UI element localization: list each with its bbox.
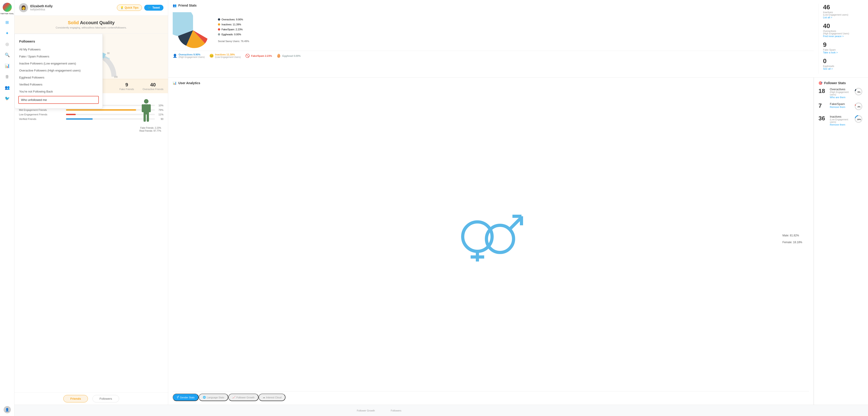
nav-item-not-following-back[interactable]: You're not Following Back xyxy=(15,88,102,95)
account-quality: Solid Account Quality Consistently engag… xyxy=(14,16,168,34)
fakespam-mini-chart: 4% xyxy=(855,102,864,111)
remove-them-fake-link[interactable]: Remove them xyxy=(830,106,852,108)
svg-rect-12 xyxy=(144,114,146,122)
language-icon: 🌐 xyxy=(203,396,206,399)
left-header: 👩 Elizabeth Kelly kellybethlisa 💡 Quick … xyxy=(14,0,168,16)
svg-rect-9 xyxy=(144,104,149,115)
fake-friends-label: Fake Friends xyxy=(119,88,134,90)
friend-stats-icon: 👥 xyxy=(173,4,177,7)
overactives-icon: 👤 xyxy=(173,54,177,58)
svg-point-8 xyxy=(144,99,149,103)
fsp-fakespam: 7 Fake/Spam Remove them 4% xyxy=(818,102,864,111)
follower-stats-icon: 🎯 xyxy=(818,81,822,85)
content-area: Followers All My Followers Fake / Spam F… xyxy=(14,34,168,405)
sidebar-item-search[interactable]: 🔍 xyxy=(3,51,12,59)
gender-icon: ⚥ xyxy=(177,396,179,399)
nav-item-inactive[interactable]: Inactive Followers (Low engagement users… xyxy=(15,60,102,67)
female-label: Female: 18.18% xyxy=(782,241,802,244)
bottom-bar: Follower Growth Followers xyxy=(14,405,868,416)
sidebar-item-twitter[interactable]: 🐦 xyxy=(3,94,12,103)
see-all-link[interactable]: See all > xyxy=(823,67,864,70)
app-name-label: TWITTER TOOL xyxy=(0,13,14,15)
nav-item-all-followers[interactable]: All My Followers xyxy=(15,46,102,53)
user-details: Elizabeth Kelly kellybethlisa xyxy=(30,4,53,11)
pie-legend: Overactives: 9.90% Inactives: 11.39% Fak… xyxy=(218,17,249,44)
mid-engagement-bar xyxy=(66,109,136,111)
overactives-stat: 👤 Overactives 9.90% (High Engagement Use… xyxy=(173,53,205,58)
sidebar-logo xyxy=(3,3,12,13)
avatar[interactable]: 👤 xyxy=(4,406,11,413)
friends-tabs: Friends Followers xyxy=(14,392,168,405)
lightbulb-icon: 💡 xyxy=(120,6,124,9)
tweet-button[interactable]: 🐦 Tweet xyxy=(144,5,163,11)
tab-interest-cloud[interactable]: ☁ Interest Cloud xyxy=(258,394,285,401)
sidebar-item-network[interactable]: ✦ xyxy=(3,29,12,38)
take-a-look-link[interactable]: Take a look > xyxy=(823,51,864,54)
tab-friends[interactable]: Friends xyxy=(63,395,88,403)
cloud-icon: ☁ xyxy=(263,396,265,399)
inactives-dot xyxy=(218,23,220,26)
svg-rect-10 xyxy=(142,104,144,112)
sidebar-item-delete[interactable]: 🗑 xyxy=(3,72,12,81)
person-figure-svg xyxy=(140,98,153,125)
fake-friends-stat: 9 Fake Friends xyxy=(119,82,134,90)
nav-item-verified[interactable]: Verified Followers xyxy=(15,81,102,88)
person-figure-area: Fake Friends: 2.23% Real Friends: 97.77% xyxy=(140,98,161,132)
user-analytics: 📊 User Analytics xyxy=(168,78,814,405)
gender-labels: Male: 81.82% Female: 18.18% xyxy=(782,234,802,244)
user-analytics-title: 📊 User Analytics xyxy=(173,81,809,85)
tweet-label: Tweet xyxy=(152,6,160,9)
tab-follower-growth[interactable]: 📈 Follower Growth xyxy=(228,394,258,401)
legend-fakespam: Fake/Spam: 2.23% xyxy=(218,27,249,32)
legend-overactives: Overactives: 9.90% xyxy=(218,17,249,22)
nav-item-unfollowed-me[interactable]: Who unfollowed me xyxy=(18,96,99,104)
main-content: 👩 Elizabeth Kelly kellybethlisa 💡 Quick … xyxy=(14,0,868,416)
tab-gender-stats[interactable]: ⚥ Gender Stats xyxy=(173,394,199,401)
tab-followers[interactable]: Followers xyxy=(92,395,119,403)
svg-text:100: 100 xyxy=(114,76,118,78)
tab-language-stats[interactable]: 🌐 Language Stats xyxy=(199,394,228,401)
social-savvy-label: Social Savvy Users: 76.49% xyxy=(218,39,249,44)
inactives-mini-chart: 19% xyxy=(855,115,864,124)
quick-tips-label: Quick Tips xyxy=(125,6,138,9)
sidebar-item-target[interactable]: ◎ xyxy=(3,39,12,49)
sidebar-item-users[interactable]: 👥 xyxy=(3,83,12,92)
user-info: 👩 Elizabeth Kelly kellybethlisa xyxy=(19,3,53,12)
right-panel: 👥 Friend Stats xyxy=(168,0,868,405)
sidebar-item-dashboard[interactable]: ⊞ xyxy=(3,18,12,27)
fakespam-stat: 🚫 Fake/Spam 2.23% xyxy=(245,53,272,58)
followers-bottom-label: Followers xyxy=(391,409,401,412)
inactives-chart-pct: 19% xyxy=(857,118,861,121)
rs-overactives: 40 Overactives (High Engagement Users) F… xyxy=(823,22,864,37)
quick-tips-button[interactable]: 💡 Quick Tips xyxy=(117,4,142,11)
nav-item-overactive[interactable]: Overactive Followers (High engagement us… xyxy=(15,67,102,74)
fakespam-dot xyxy=(218,28,220,31)
egghead-icon: 🥚 xyxy=(276,54,281,58)
svg-rect-11 xyxy=(149,104,151,112)
user-name: Elizabeth Kelly xyxy=(30,4,53,8)
svg-line-18 xyxy=(510,218,520,229)
legend-eggheads: Eggheads: 0.00% xyxy=(218,32,249,37)
account-quality-title-rest: Account Quality xyxy=(80,20,115,25)
account-quality-title: Solid Account Quality xyxy=(19,20,163,25)
overactives-dot xyxy=(218,18,220,21)
verified-bar xyxy=(66,118,93,120)
account-quality-subtitle: Consistently engaging, without/less fake… xyxy=(19,26,163,29)
find-inner-peace-link[interactable]: Find inner peace > xyxy=(823,35,864,37)
rs-inactives: 46 Inactives (Low Engagement users) List… xyxy=(823,4,864,19)
friend-stats-section: 👥 Friend Stats xyxy=(168,0,868,78)
nav-item-egghead[interactable]: Egghead Followers xyxy=(15,74,102,81)
eggheads-dot xyxy=(218,33,220,35)
sidebar-item-chart[interactable]: 📊 xyxy=(3,61,12,70)
nav-item-fake-spam[interactable]: Fake / Spam Followers xyxy=(15,53,102,60)
tweet-bird-icon: 🐦 xyxy=(148,6,151,9)
user-handle: kellybethlisa xyxy=(30,8,53,11)
list-all-link[interactable]: List all > xyxy=(823,16,864,19)
panels: 👩 Elizabeth Kelly kellybethlisa 💡 Quick … xyxy=(14,0,868,405)
remove-them-inactive-link[interactable]: Remove them xyxy=(830,123,852,126)
fakespam-icon: 🚫 xyxy=(245,54,250,58)
user-avatar: 👩 xyxy=(19,3,28,12)
who-are-them-link[interactable]: Who are them xyxy=(830,96,852,99)
follower-stats-title: 🎯 Follower Stats xyxy=(818,81,864,85)
low-engagement-bar xyxy=(66,114,76,115)
